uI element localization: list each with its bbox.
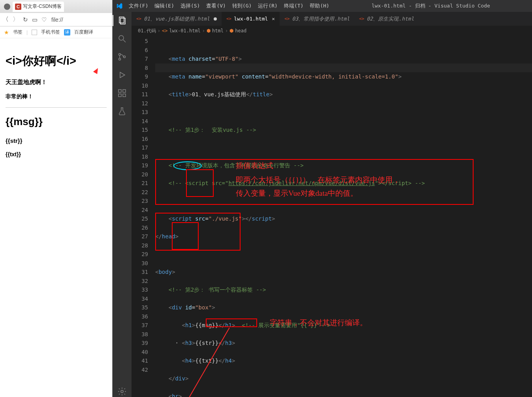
gear-icon[interactable] bbox=[117, 386, 128, 397]
menu-edit[interactable]: 编辑(E) bbox=[152, 2, 177, 9]
svg-point-4 bbox=[119, 54, 121, 56]
explorer-icon[interactable] bbox=[113, 15, 132, 26]
browser-window: C 写文章-CSDN博客 〈 〉 ↻ ▭ ♡ file:// ★ 书签 | 手机… bbox=[0, 0, 113, 397]
svg-point-5 bbox=[119, 58, 121, 60]
editor-area: <>01、vue.js基础使用.html <>lwx-01.html× <>03… bbox=[132, 12, 532, 397]
extensions-icon[interactable] bbox=[117, 88, 128, 99]
html-file-icon: <> bbox=[136, 16, 141, 21]
mobile-icon bbox=[32, 30, 37, 35]
html-file-icon: <> bbox=[162, 28, 167, 34]
back-icon[interactable]: 〈 bbox=[2, 15, 9, 24]
book-icon[interactable]: ▭ bbox=[32, 16, 38, 23]
page-text: 非常的棒！ bbox=[6, 93, 107, 100]
tab-label: lwx-01.html bbox=[234, 16, 268, 22]
editor-tabs: <>01、vue.js基础使用.html <>lwx-01.html× <>03… bbox=[132, 12, 532, 26]
page-text: 天王盖地虎啊！ bbox=[6, 79, 107, 86]
source-control-icon[interactable] bbox=[117, 51, 128, 62]
tag-icon: ⬢ bbox=[207, 28, 211, 34]
debug-icon[interactable] bbox=[117, 69, 128, 81]
translate-icon: 译 bbox=[64, 29, 70, 36]
editor-tab[interactable]: <>03、常用指令使用.html bbox=[280, 12, 354, 26]
svg-marker-7 bbox=[120, 72, 125, 78]
star-icon: ★ bbox=[4, 29, 9, 36]
window-title: lwx-01.html - 归档 - Visual Studio Code bbox=[333, 2, 529, 9]
code-editor[interactable]: 5678910111213141516171819202122232425262… bbox=[132, 36, 532, 397]
breadcrumb: 01.代码› <>lwx-01.html› ⬢html› ⬢head bbox=[132, 26, 532, 36]
breadcrumb-item[interactable]: head bbox=[235, 28, 246, 34]
html-file-icon: <> bbox=[284, 16, 289, 21]
page-heading: <i>你好啊</i> bbox=[6, 53, 107, 69]
svg-rect-9 bbox=[118, 94, 121, 97]
bookmark-item[interactable]: 手机书签 bbox=[41, 29, 60, 36]
vscode-logo-icon bbox=[116, 2, 123, 9]
flask-icon[interactable] bbox=[117, 106, 128, 117]
browser-tab[interactable]: C 写文章-CSDN博客 bbox=[13, 2, 64, 12]
titlebar: 文件(F) 编辑(E) 选择(S) 查看(V) 转到(G) 运行(R) 终端(T… bbox=[113, 0, 532, 12]
bookmark-item[interactable]: 书签 bbox=[13, 29, 23, 36]
code-content[interactable]: <meta charset="UTF-8"> <meta name="viewp… bbox=[155, 36, 532, 397]
avatar-icon bbox=[4, 4, 10, 10]
menu-select[interactable]: 选择(S) bbox=[178, 2, 203, 9]
browser-tab-strip: C 写文章-CSDN博客 bbox=[0, 0, 112, 13]
tab-title: 写文章-CSDN博客 bbox=[23, 3, 62, 10]
tab-label: 02、原生实现.html bbox=[367, 15, 414, 22]
menu-go[interactable]: 转到(G) bbox=[229, 2, 254, 9]
menu-run[interactable]: 运行(R) bbox=[255, 2, 280, 9]
page-text: {{txt}} bbox=[6, 151, 107, 157]
address-text[interactable]: file:// bbox=[51, 17, 63, 23]
breadcrumb-item[interactable]: html bbox=[212, 28, 224, 34]
svg-point-6 bbox=[124, 56, 126, 58]
browser-tab[interactable] bbox=[2, 2, 13, 12]
bookmarks-bar: ★ 书签 | 手机书签 译 百度翻译 bbox=[0, 26, 112, 38]
tab-label: 03、常用指令使用.html bbox=[292, 15, 350, 22]
vscode-window: 文件(F) 编辑(E) 选择(S) 查看(V) 转到(G) 运行(R) 终端(T… bbox=[113, 0, 532, 397]
forward-icon[interactable]: 〉 bbox=[13, 15, 19, 24]
dirty-dot-icon bbox=[214, 17, 217, 21]
page-heading: {{msg}} bbox=[6, 116, 107, 128]
svg-rect-8 bbox=[118, 90, 121, 92]
reload-icon[interactable]: ↻ bbox=[23, 16, 28, 23]
close-icon[interactable]: × bbox=[272, 16, 275, 22]
editor-tab[interactable]: <>01、vue.js基础使用.html bbox=[132, 12, 222, 26]
browser-page: <i>你好啊</i> 天王盖地虎啊！ 非常的棒！ {{msg}} {{str}}… bbox=[0, 38, 112, 172]
heart-icon[interactable]: ♡ bbox=[41, 16, 47, 23]
search-icon[interactable] bbox=[117, 33, 128, 44]
svg-point-2 bbox=[119, 36, 124, 40]
editor-tab[interactable]: <>lwx-01.html× bbox=[222, 12, 280, 26]
csdn-icon: C bbox=[15, 4, 21, 10]
browser-toolbar: 〈 〉 ↻ ▭ ♡ file:// bbox=[0, 13, 112, 26]
html-file-icon: <> bbox=[359, 16, 364, 21]
svg-rect-11 bbox=[123, 90, 126, 92]
svg-point-12 bbox=[121, 390, 123, 393]
activity-bar bbox=[113, 12, 132, 397]
breadcrumb-item[interactable]: lwx-01.html bbox=[169, 28, 200, 34]
line-gutter: 5678910111213141516171819202122232425262… bbox=[132, 36, 155, 397]
breadcrumb-item[interactable]: 01.代码 bbox=[138, 28, 156, 34]
tab-label: 01、vue.js基础使用.html bbox=[144, 15, 210, 22]
bookmark-item[interactable]: 百度翻译 bbox=[74, 29, 93, 36]
svg-line-3 bbox=[123, 40, 126, 42]
divider bbox=[6, 107, 107, 108]
page-text: {{str}} bbox=[6, 137, 107, 144]
editor-tab[interactable]: <>02、原生实现.html bbox=[354, 12, 419, 26]
html-file-icon: <> bbox=[226, 16, 231, 21]
tag-icon: ⬢ bbox=[229, 28, 233, 34]
svg-rect-10 bbox=[123, 94, 126, 97]
menu-view[interactable]: 查看(V) bbox=[203, 2, 228, 9]
menu-help[interactable]: 帮助(H) bbox=[307, 2, 332, 9]
menu-file[interactable]: 文件(F) bbox=[126, 2, 151, 9]
menu-terminal[interactable]: 终端(T) bbox=[281, 2, 306, 9]
